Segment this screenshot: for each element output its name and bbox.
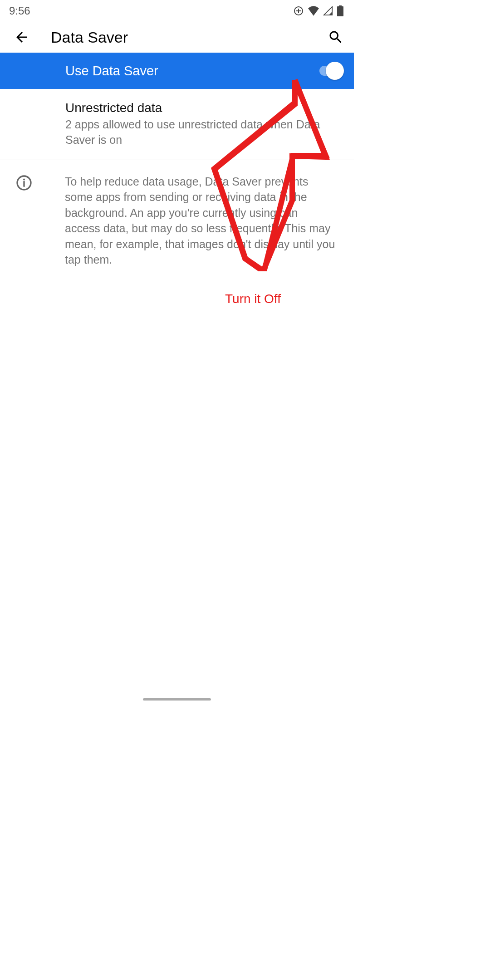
page-title: Data Saver <box>51 29 327 46</box>
info-icon <box>16 175 32 191</box>
info-text: To help reduce data usage, Data Saver pr… <box>65 174 336 268</box>
svg-point-2 <box>23 178 25 180</box>
unrestricted-data-subtitle: 2 apps allowed to use unrestricted data … <box>65 117 336 148</box>
data-saver-status-icon <box>293 5 304 16</box>
unrestricted-data-row[interactable]: Unrestricted data 2 apps allowed to use … <box>0 89 354 160</box>
signal-icon <box>323 6 333 16</box>
battery-icon <box>337 5 344 16</box>
use-data-saver-row[interactable]: Use Data Saver <box>0 53 354 89</box>
switch-thumb <box>326 62 344 80</box>
status-bar: 9:56 <box>0 0 354 22</box>
info-row: To help reduce data usage, Data Saver pr… <box>0 160 354 279</box>
status-time: 9:56 <box>9 5 30 17</box>
unrestricted-data-title: Unrestricted data <box>65 101 336 115</box>
arrow-back-icon <box>14 29 30 45</box>
use-data-saver-label: Use Data Saver <box>65 64 313 78</box>
search-icon <box>328 29 344 45</box>
data-saver-switch[interactable] <box>313 63 343 79</box>
nav-handle[interactable] <box>143 698 211 701</box>
back-button[interactable] <box>13 28 31 46</box>
status-icons <box>293 5 344 16</box>
app-bar: Data Saver <box>0 22 354 53</box>
wifi-icon <box>308 6 319 16</box>
annotation-label: Turn it Off <box>225 292 281 306</box>
search-button[interactable] <box>327 28 345 46</box>
